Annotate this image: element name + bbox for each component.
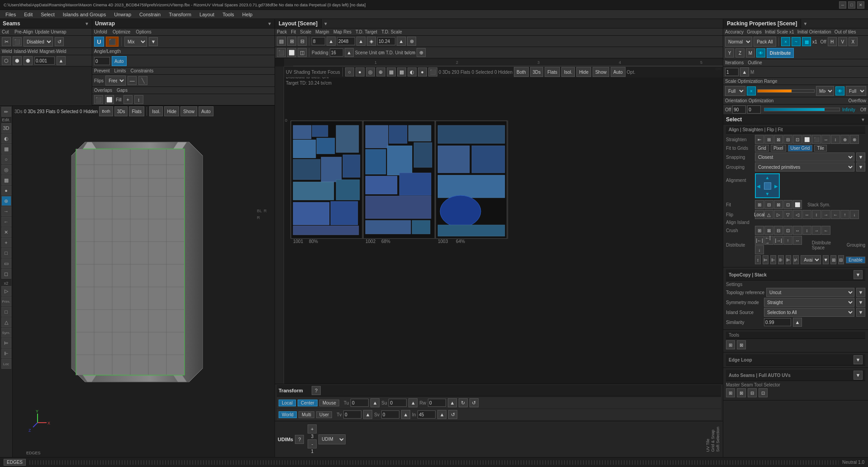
straighten-2[interactable]: ⊞ [764,135,773,144]
shading-icon[interactable]: ◐ [1,133,11,143]
menu-islands-groups[interactable]: Islands and Groups [59,11,109,18]
uv-viewport[interactable]: 1 2 3 4 5 cm Distribute to tiles: ON Tar… [275,58,723,384]
iter-spin[interactable]: ▲ [740,67,749,76]
td-x-icon[interactable]: × [781,37,790,46]
fill-icon-1[interactable]: ⬛ [94,95,103,104]
uv-icon2[interactable]: ● [356,67,365,76]
enable-btn[interactable]: Enable [846,257,865,263]
orient-y[interactable]: Y [725,48,734,57]
auto-seam-2[interactable]: ⊠ [737,388,746,397]
uv-flats-btn[interactable]: Flats [545,67,560,77]
crush-8[interactable]: ← [821,226,830,235]
island-weld-icon[interactable]: ⬢ [13,56,22,65]
straighten-6[interactable]: ⬜ [802,135,811,144]
minimize-button[interactable]: ─ [839,1,846,9]
uv-icon5[interactable]: ▦ [387,67,396,76]
uv-show[interactable]: Show [593,67,609,77]
mouse-tab[interactable]: Mouse [319,400,339,406]
menu-layout[interactable]: Layout [196,11,218,18]
topocopy-expand[interactable]: ▼ [854,270,863,279]
straighten-1[interactable]: ⇤ [755,135,764,144]
fill-icon-3[interactable]: + [123,95,133,104]
menu-transform[interactable]: Transform [165,11,195,18]
rw-input[interactable] [428,399,446,407]
padding-spin[interactable]: ▲ [345,48,354,57]
transform-info-icon[interactable]: ? [312,386,321,395]
arrow-l[interactable]: ← [1,217,11,227]
dist-5[interactable]: ↔ [793,236,802,245]
circle-icon[interactable]: ○ [1,154,11,164]
sym-mode-dropdown[interactable]: Straight [764,298,854,307]
orient-x[interactable]: X [849,37,858,46]
island-src-dropdown[interactable]: Selection to All [764,308,854,317]
grid-icon[interactable]: ▩ [1,175,11,185]
avail-dropdown[interactable]: Avail. [801,255,821,264]
flip-1[interactable]: △ [764,210,773,219]
dist-6[interactable]: ↓ [755,245,764,254]
auto-btn[interactable]: Auto [112,56,127,66]
menu-edit[interactable]: Edit [20,11,36,18]
flip-9[interactable]: ↑ [840,210,849,219]
menu-help[interactable]: Help [239,11,256,18]
straighten-7[interactable]: ⬛ [812,135,821,144]
menu-unwrap[interactable]: Unwrap [110,11,135,18]
similarity-input[interactable] [764,318,791,326]
uv-icon1[interactable]: ○ [345,67,354,76]
uv-icon4[interactable]: ⊕ [376,67,385,76]
sym-icon1[interactable]: ⊨ [1,338,11,348]
pack-all-btn[interactable]: Pack All [754,37,776,47]
arrow-r[interactable]: → [1,206,11,216]
sphere-icon[interactable]: ● [1,186,11,195]
crush-4[interactable]: ⊡ [783,226,792,235]
dist-4[interactable]: ↑ [783,236,792,245]
edit-icon[interactable]: ✏ [1,107,11,117]
uv-icon8[interactable]: ● [418,67,427,76]
pixel-btn[interactable]: Pixel [771,145,786,152]
world-tab[interactable]: World [279,411,297,418]
fit-4[interactable]: ⊡ [783,200,792,209]
orient-eye[interactable]: 👁 [756,48,765,57]
active-icon[interactable]: ⊕ [1,196,11,206]
close-button[interactable]: ✕ [857,1,864,9]
su-input[interactable] [389,399,407,407]
user-tab[interactable]: User [316,411,332,418]
mix-dropdown-2[interactable]: Mix [816,86,834,96]
fill-icon-4[interactable]: ↕ [134,95,143,104]
in-input[interactable] [417,410,436,419]
flip-local[interactable]: Local [755,210,764,219]
menu-files[interactable]: Files [2,11,19,18]
flip-7[interactable]: → [821,210,830,219]
flip-6[interactable]: ↕ [812,210,821,219]
texture-icon[interactable]: ▦ [1,144,11,154]
dist-2[interactable]: ←|→ [764,236,773,245]
fit-5[interactable]: ⬜ [793,200,802,209]
3d-icon[interactable]: 3D [1,123,11,133]
crush-1[interactable]: ⊞ [755,226,764,235]
island-src-expand[interactable]: ▼ [856,308,865,317]
flip-8[interactable]: ← [831,210,840,219]
uv-hide[interactable]: Hide [576,67,591,77]
reset-icon[interactable]: ↺ [448,410,457,419]
udim-remove[interactable]: - [308,439,317,448]
orient-m[interactable]: M [746,48,755,57]
tv-input[interactable] [343,410,361,419]
cut-icon[interactable]: ✂ [2,37,11,46]
cross-icon[interactable]: ✕ [1,227,11,237]
orient-v[interactable]: V [838,37,847,46]
distribute-btn[interactable]: Distribute [767,48,794,58]
topo-ref-expand[interactable]: ▼ [856,288,865,297]
local-tab[interactable]: Local [279,400,296,406]
viewport-3d[interactable]: 3Ds 0 3Ds 293 Flats 0 Selected 0 Hidden … [13,106,275,457]
uv-isol[interactable]: Isol. [561,67,575,77]
update-icon[interactable]: ↺ [55,37,64,46]
unwrap-stop-btn[interactable]: ⬛ [106,37,119,47]
weld-icon[interactable]: ⬡ [2,56,11,65]
tu-spin[interactable]: ▲ [370,398,379,407]
menu-tools[interactable]: Tools [219,11,238,18]
sym-icon2[interactable]: ⊩ [1,348,11,358]
in-spin[interactable]: ▲ [437,410,446,419]
weld-value[interactable] [34,57,55,65]
triangle-icon[interactable]: △ [1,317,11,327]
rotate-ccw[interactable]: ↺ [470,398,479,407]
padding-input[interactable] [330,48,343,57]
